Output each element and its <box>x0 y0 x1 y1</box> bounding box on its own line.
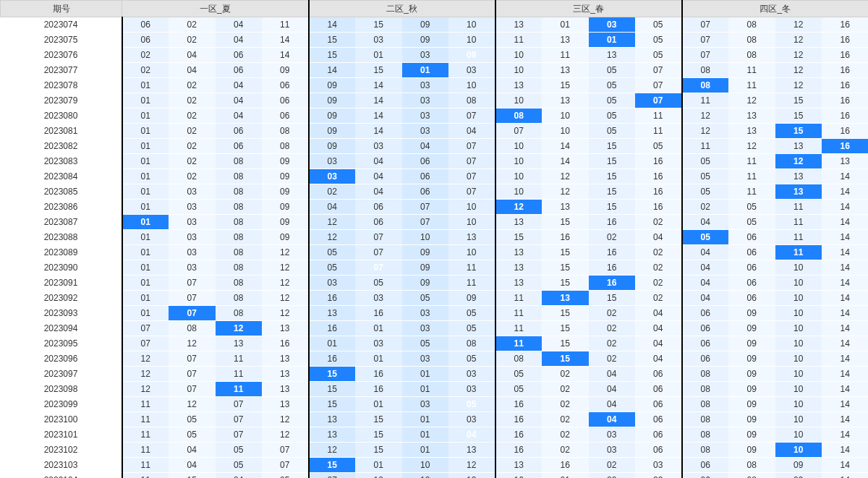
number-cell: 07 <box>402 215 449 230</box>
number-cell: 16 <box>822 124 868 139</box>
number-cell: 08 <box>682 382 729 397</box>
number-cell: 11 <box>495 33 542 48</box>
number-cell: 09 <box>728 397 775 412</box>
number-cell: 15 <box>542 321 589 336</box>
number-cell: 05 <box>448 321 495 336</box>
number-cell: 02 <box>169 108 216 124</box>
number-cell: 10 <box>542 108 589 124</box>
number-cell: 09 <box>728 367 775 382</box>
number-cell: 04 <box>589 397 636 412</box>
period-cell: 2023074 <box>1 17 122 33</box>
number-cell: 10 <box>775 336 822 351</box>
number-cell: 04 <box>402 139 449 154</box>
number-cell: 07 <box>682 17 729 33</box>
number-cell: 07 <box>448 169 495 184</box>
number-cell: 02 <box>309 184 356 200</box>
table-body: 2023074060204111415091013010305070812162… <box>1 17 869 479</box>
number-cell: 05 <box>169 412 216 427</box>
period-cell: 2023101 <box>1 427 122 443</box>
number-cell: 03 <box>402 93 449 108</box>
number-cell: 09 <box>262 154 309 169</box>
number-cell: 01 <box>122 200 169 215</box>
number-cell: 13 <box>542 291 589 306</box>
number-cell: 03 <box>169 245 216 260</box>
number-cell: 06 <box>635 427 682 443</box>
number-cell: 12 <box>262 245 309 260</box>
number-cell: 12 <box>728 93 775 108</box>
period-cell: 2023082 <box>1 139 122 154</box>
number-cell: 01 <box>122 276 169 291</box>
number-cell: 13 <box>542 200 589 215</box>
number-cell: 11 <box>775 245 822 260</box>
number-cell: 15 <box>309 33 356 48</box>
number-cell: 15 <box>589 184 636 200</box>
number-cell: 05 <box>495 382 542 397</box>
number-cell: 07 <box>635 63 682 78</box>
number-cell: 08 <box>262 124 309 139</box>
number-cell: 07 <box>495 124 542 139</box>
number-cell: 16 <box>309 291 356 306</box>
number-cell: 11 <box>216 367 263 382</box>
period-cell: 2023094 <box>1 321 122 336</box>
number-cell: 07 <box>635 78 682 93</box>
number-cell: 06 <box>402 169 449 184</box>
number-cell: 14 <box>822 351 868 367</box>
number-cell: 01 <box>122 124 169 139</box>
number-cell: 16 <box>542 458 589 473</box>
number-cell: 13 <box>262 351 309 367</box>
number-cell: 01 <box>402 367 449 382</box>
number-cell: 08 <box>216 230 263 245</box>
number-cell: 10 <box>402 458 449 473</box>
number-cell: 07 <box>169 276 216 291</box>
header-zone-4: 四区_冬 <box>682 1 869 17</box>
number-cell: 12 <box>775 17 822 33</box>
number-cell: 03 <box>448 63 495 78</box>
number-cell: 08 <box>495 108 542 124</box>
number-cell: 02 <box>589 473 636 479</box>
table-row: 202308101020608091403040710051112131516 <box>1 124 869 139</box>
number-cell: 16 <box>495 397 542 412</box>
number-cell: 06 <box>216 139 263 154</box>
number-cell: 06 <box>355 215 402 230</box>
number-cell: 01 <box>122 78 169 93</box>
number-cell: 02 <box>635 260 682 276</box>
number-cell: 12 <box>775 78 822 93</box>
number-cell: 07 <box>169 351 216 367</box>
number-cell: 09 <box>775 473 822 479</box>
number-cell: 14 <box>822 321 868 336</box>
table-row: 202307801020406091403101315050708111216 <box>1 78 869 93</box>
number-cell: 06 <box>635 382 682 397</box>
number-cell: 11 <box>728 63 775 78</box>
period-cell: 2023086 <box>1 200 122 215</box>
number-cell: 01 <box>122 260 169 276</box>
number-cell: 16 <box>822 63 868 78</box>
number-cell: 15 <box>542 260 589 276</box>
table-row: 202308701030809120607101315160204051114 <box>1 215 869 230</box>
number-cell: 08 <box>216 215 263 230</box>
number-cell: 08 <box>728 48 775 63</box>
number-cell: 02 <box>589 458 636 473</box>
number-cell: 03 <box>589 17 636 33</box>
number-cell: 15 <box>542 215 589 230</box>
table-row: 202309407081213160103051115020406091014 <box>1 321 869 336</box>
number-cell: 07 <box>216 397 263 412</box>
number-cell: 13 <box>495 215 542 230</box>
number-cell: 03 <box>309 169 356 184</box>
period-cell: 2023084 <box>1 169 122 184</box>
number-cell: 02 <box>169 17 216 33</box>
number-cell: 06 <box>402 184 449 200</box>
number-cell: 11 <box>448 276 495 291</box>
table-row: 202308301020809030406071014151605111213 <box>1 154 869 169</box>
number-cell: 09 <box>775 458 822 473</box>
number-cell: 09 <box>262 169 309 184</box>
number-cell: 12 <box>542 184 589 200</box>
number-cell: 15 <box>309 48 356 63</box>
number-cell: 11 <box>495 336 542 351</box>
number-cell: 11 <box>216 351 263 367</box>
number-cell: 01 <box>355 48 402 63</box>
number-cell: 08 <box>216 291 263 306</box>
number-cell: 16 <box>589 260 636 276</box>
number-cell: 05 <box>682 169 729 184</box>
number-cell: 11 <box>495 291 542 306</box>
number-cell: 15 <box>309 458 356 473</box>
